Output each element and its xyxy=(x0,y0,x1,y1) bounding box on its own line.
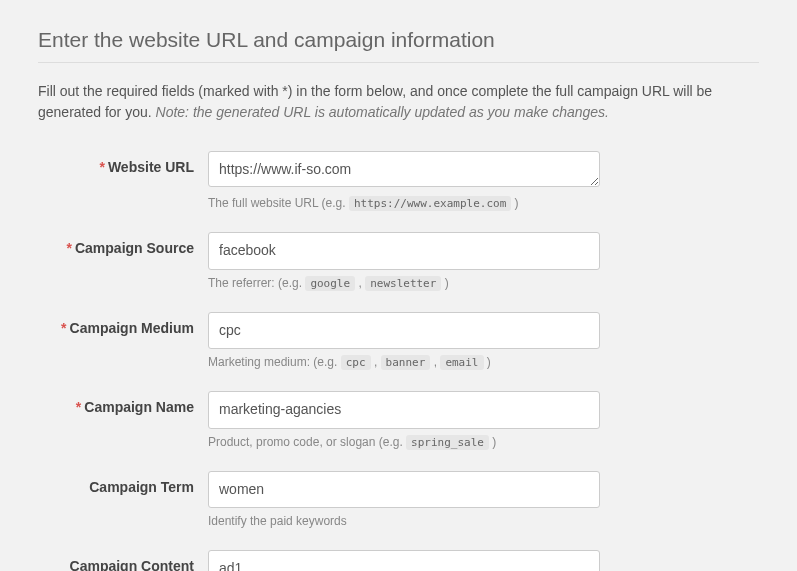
help-text: Product, promo code, or slogan (e.g. xyxy=(208,435,406,449)
help-text: , xyxy=(371,355,381,369)
campaign-source-input[interactable] xyxy=(208,232,600,270)
label-campaign-source: *Campaign Source xyxy=(38,232,208,256)
label-text: Campaign Name xyxy=(84,399,194,415)
help-text: ) xyxy=(484,355,491,369)
help-text: ) xyxy=(489,435,496,449)
help-campaign-term: Identify the paid keywords xyxy=(208,514,600,528)
required-marker: * xyxy=(99,159,104,175)
page-heading: Enter the website URL and campaign infor… xyxy=(38,28,759,63)
help-campaign-source: The referrer: (e.g. google , newsletter … xyxy=(208,276,600,290)
label-campaign-term: Campaign Term xyxy=(38,471,208,495)
help-text: Identify the paid keywords xyxy=(208,514,347,528)
help-text: ) xyxy=(441,276,448,290)
help-code: newsletter xyxy=(365,276,441,291)
label-campaign-name: *Campaign Name xyxy=(38,391,208,415)
campaign-term-input[interactable] xyxy=(208,471,600,509)
required-marker: * xyxy=(76,399,81,415)
help-text: The full website URL (e.g. xyxy=(208,196,349,210)
label-text: Campaign Content xyxy=(70,558,194,571)
label-text: Campaign Source xyxy=(75,240,194,256)
label-text: Campaign Term xyxy=(89,479,194,495)
campaign-medium-input[interactable] xyxy=(208,312,600,350)
help-code: spring_sale xyxy=(406,435,489,450)
help-campaign-name: Product, promo code, or slogan (e.g. spr… xyxy=(208,435,600,449)
row-campaign-source: *Campaign Source The referrer: (e.g. goo… xyxy=(38,232,759,290)
help-code: banner xyxy=(381,355,431,370)
help-code: https://www.example.com xyxy=(349,196,511,211)
help-text: The referrer: (e.g. xyxy=(208,276,305,290)
help-code: email xyxy=(440,355,483,370)
label-campaign-medium: *Campaign Medium xyxy=(38,312,208,336)
row-campaign-term: Campaign Term Identify the paid keywords xyxy=(38,471,759,529)
campaign-name-input[interactable] xyxy=(208,391,600,429)
website-url-input[interactable]: https://www.if-so.com xyxy=(208,151,600,187)
help-code: google xyxy=(305,276,355,291)
intro-paragraph: Fill out the required fields (marked wit… xyxy=(38,81,759,123)
label-text: Website URL xyxy=(108,159,194,175)
help-campaign-medium: Marketing medium: (e.g. cpc , banner , e… xyxy=(208,355,600,369)
help-text: , xyxy=(355,276,365,290)
row-campaign-medium: *Campaign Medium Marketing medium: (e.g.… xyxy=(38,312,759,370)
row-website-url: *Website URL https://www.if-so.com The f… xyxy=(38,151,759,210)
label-text: Campaign Medium xyxy=(70,320,194,336)
help-website-url: The full website URL (e.g. https://www.e… xyxy=(208,196,600,210)
row-campaign-content: Campaign Content Use to differentiate ad… xyxy=(38,550,759,571)
label-website-url: *Website URL xyxy=(38,151,208,175)
row-campaign-name: *Campaign Name Product, promo code, or s… xyxy=(38,391,759,449)
help-text: , xyxy=(430,355,440,369)
required-marker: * xyxy=(67,240,72,256)
label-campaign-content: Campaign Content xyxy=(38,550,208,571)
required-marker: * xyxy=(61,320,66,336)
intro-note: Note: the generated URL is automatically… xyxy=(156,104,609,120)
help-text: Marketing medium: (e.g. xyxy=(208,355,341,369)
help-text: ) xyxy=(511,196,518,210)
help-code: cpc xyxy=(341,355,371,370)
campaign-content-input[interactable] xyxy=(208,550,600,571)
